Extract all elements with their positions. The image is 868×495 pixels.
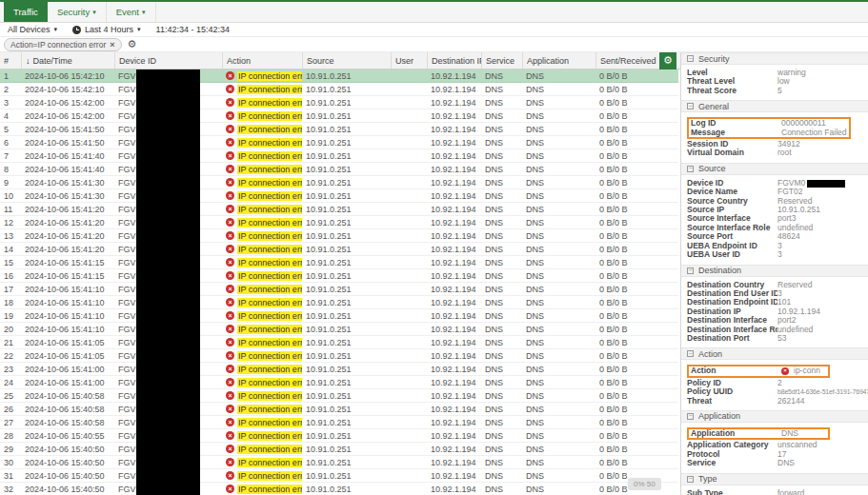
col-header-application[interactable]: Application: [522, 52, 595, 69]
row-datetime: 2024-10-06 15:40:50: [21, 456, 114, 468]
collapse-icon[interactable]: −: [687, 413, 694, 420]
section-header[interactable]: −Security: [681, 52, 868, 65]
table-row[interactable]: 242024-10-06 15:41:00FGVM0×IP connection…: [0, 376, 678, 389]
table-row[interactable]: 212024-10-06 15:41:05FGVM0×IP connection…: [0, 336, 678, 349]
row-application: DNS: [522, 309, 595, 322]
section-header[interactable]: −Destination: [681, 265, 868, 277]
table-row[interactable]: 22024-10-06 15:42:10FGVM0×IP connection …: [0, 83, 678, 96]
col-header-source[interactable]: Source: [302, 52, 391, 69]
table-row[interactable]: 142024-10-06 15:41:20FGVM0×IP connection…: [0, 243, 678, 256]
row-destination-ip: 10.92.1.194: [427, 389, 481, 402]
detail-row: Threat Score5: [687, 87, 862, 95]
action-label: IP connection error: [237, 218, 302, 228]
collapse-icon[interactable]: −: [687, 267, 694, 274]
col-header-num[interactable]: #: [0, 52, 21, 69]
row-source: 10.91.0.251: [302, 296, 391, 308]
col-header-destination-ip[interactable]: Destination IP: [427, 52, 481, 69]
collapse-icon[interactable]: −: [687, 476, 694, 483]
table-row[interactable]: 192024-10-06 15:41:10FGVM0×IP connection…: [0, 309, 678, 323]
table-row[interactable]: 152024-10-06 15:41:15FGVM0×IP connection…: [0, 256, 678, 269]
section-header[interactable]: −Type: [681, 473, 868, 485]
table-row[interactable]: 182024-10-06 15:41:10FGVM0×IP connection…: [0, 296, 678, 309]
table-row[interactable]: 42024-10-06 15:42:00FGVM0×IP connection …: [0, 109, 678, 123]
row-application: DNS: [522, 216, 595, 228]
table-row[interactable]: 252024-10-06 15:40:58FGVM0×IP connection…: [0, 389, 678, 403]
row-sent-received: 0 B/0 B: [595, 163, 659, 175]
table-row[interactable]: 112024-10-06 15:41:20FGVM0×IP connection…: [0, 203, 678, 216]
table-row[interactable]: 162024-10-06 15:41:15FGVM0×IP connection…: [0, 269, 678, 283]
table-row[interactable]: 122024-10-06 15:41:20FGVM0×IP connection…: [0, 216, 678, 229]
row-number: 5: [0, 123, 21, 135]
row-datetime: 2024-10-06 15:41:30: [21, 189, 114, 202]
row-sent-received: 0 B/0 B: [595, 83, 659, 95]
error-icon: ×: [226, 178, 234, 187]
col-header-sent-received[interactable]: Sent/Received: [595, 52, 659, 69]
row-number: 32: [0, 483, 21, 495]
table-row[interactable]: 72024-10-06 15:41:40FGVM0×IP connection …: [0, 149, 678, 163]
section-header[interactable]: −Application: [681, 410, 868, 423]
table-row[interactable]: 92024-10-06 15:41:30FGVM0×IP connection …: [0, 176, 678, 189]
row-destination-ip: 10.92.1.194: [427, 69, 481, 82]
action-label: IP connection error: [237, 351, 302, 361]
table-row[interactable]: 62024-10-06 15:41:50FGVM0×IP connection …: [0, 136, 678, 149]
row-application: DNS: [522, 349, 595, 362]
action-label: IP connection error: [237, 205, 302, 214]
tab-traffic[interactable]: Traffic: [4, 2, 48, 22]
table-row[interactable]: 102024-10-06 15:41:30FGVM0×IP connection…: [0, 189, 678, 203]
col-header-action[interactable]: Action: [222, 52, 302, 69]
row-application: DNS: [522, 429, 595, 442]
detail-label: Service: [687, 459, 777, 467]
collapse-icon[interactable]: −: [687, 55, 694, 62]
collapse-icon[interactable]: −: [687, 166, 694, 172]
row-sent-received: 0 B/0 B: [595, 216, 659, 228]
col-header-service[interactable]: Service: [481, 52, 522, 69]
error-icon: ×: [226, 405, 234, 413]
table-row[interactable]: 302024-10-06 15:40:50FGVM0×IP connection…: [0, 456, 678, 469]
section-header[interactable]: −Source: [681, 163, 868, 175]
detail-value: 262144: [777, 397, 804, 406]
table-row[interactable]: 322024-10-06 15:40:50FGVM0×IP connection…: [0, 483, 678, 495]
col-header-device-id[interactable]: Device ID: [114, 52, 222, 69]
row-datetime: 2024-10-06 15:41:10: [21, 309, 114, 322]
close-icon[interactable]: ×: [110, 40, 114, 50]
col-header-datetime[interactable]: ↓ Date/Time: [21, 52, 114, 69]
section-header[interactable]: −General: [681, 100, 868, 112]
table-row[interactable]: 262024-10-06 15:40:58FGVM0×IP connection…: [0, 403, 678, 416]
col-header-user[interactable]: User: [391, 52, 427, 69]
table-row[interactable]: 172024-10-06 15:41:10FGVM0×IP connection…: [0, 283, 678, 296]
table-row[interactable]: 312024-10-06 15:40:50FGVM0×IP connection…: [0, 469, 678, 483]
collapse-icon[interactable]: −: [687, 350, 694, 357]
section-title: Destination: [698, 266, 741, 275]
table-row[interactable]: 232024-10-06 15:41:00FGVM0×IP connection…: [0, 363, 678, 376]
detail-label: Device Name: [687, 188, 777, 196]
device-filter-dropdown[interactable]: All Devices ▾: [8, 25, 57, 34]
time-filter-label: Last 4 Hours: [85, 25, 133, 34]
row-sent-received: 0 B/0 B: [595, 429, 659, 442]
row-number: 17: [0, 283, 21, 295]
error-icon: ×: [226, 485, 234, 493]
table-row[interactable]: 132024-10-06 15:41:20FGVM0×IP connection…: [0, 229, 678, 243]
table-row[interactable]: 32024-10-06 15:42:00FGVM0×IP connection …: [0, 96, 678, 109]
table-row[interactable]: 12024-10-06 15:42:10FGVM0×IP connection …: [0, 69, 678, 83]
column-settings-button[interactable]: ⚙: [659, 52, 676, 69]
section-header[interactable]: −Action: [681, 347, 868, 360]
table-row[interactable]: 82024-10-06 15:41:40FGVM0×IP connection …: [0, 163, 678, 176]
table-row[interactable]: 52024-10-06 15:41:50FGVM0×IP connection …: [0, 123, 678, 136]
table-row[interactable]: 282024-10-06 15:40:55FGVM0×IP connection…: [0, 429, 678, 443]
table-row[interactable]: 202024-10-06 15:41:10FGVM0×IP connection…: [0, 323, 678, 336]
filter-settings-icon[interactable]: ⚙: [128, 39, 137, 50]
collapse-icon[interactable]: −: [687, 103, 694, 109]
tab-event[interactable]: Event ▾: [107, 2, 156, 22]
table-row[interactable]: 292024-10-06 15:40:50FGVM0×IP connection…: [0, 443, 678, 456]
detail-row: Source Interface Roleundefined: [687, 224, 862, 232]
tab-security[interactable]: Security ▾: [48, 2, 107, 22]
row-source: 10.91.0.251: [302, 203, 391, 215]
row-number: 11: [0, 203, 21, 215]
detail-label: UEBA User ID: [687, 250, 777, 259]
row-service: DNS: [481, 443, 522, 455]
time-filter-dropdown[interactable]: Last 4 Hours ▾: [72, 25, 141, 34]
table-row[interactable]: 222024-10-06 15:41:05FGVM0×IP connection…: [0, 349, 678, 363]
row-datetime: 2024-10-06 15:41:00: [21, 363, 114, 375]
table-row[interactable]: 272024-10-06 15:40:58FGVM0×IP connection…: [0, 416, 678, 429]
filter-chip[interactable]: Action=IP connection error ×: [4, 38, 122, 51]
